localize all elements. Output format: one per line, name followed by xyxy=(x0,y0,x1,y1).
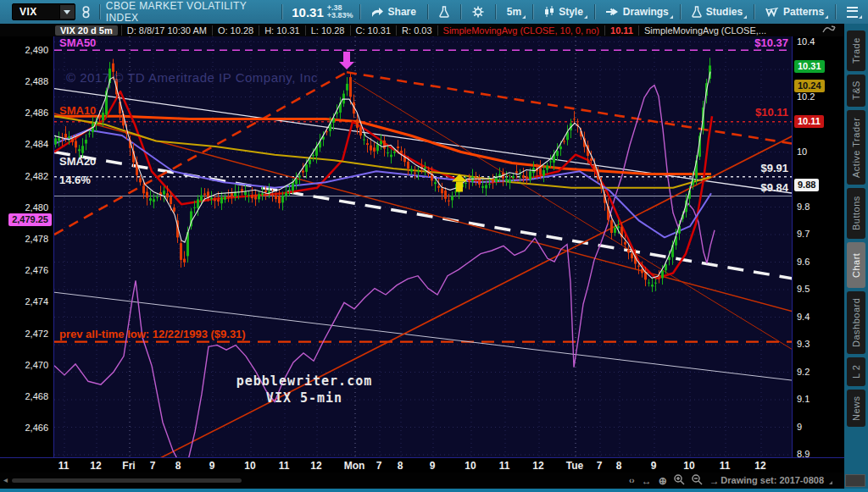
sidebar-tab-news[interactable]: News xyxy=(847,390,865,427)
quick-study-flask-icon[interactable] xyxy=(434,4,454,19)
sidebar-tab-active-trader[interactable]: Active Trader xyxy=(847,110,865,185)
time-axis-tick: 12 xyxy=(90,460,101,472)
left-axis-tick: 2,488 xyxy=(25,76,48,86)
time-axis-tick: 10 xyxy=(683,460,694,472)
settings-gear-icon[interactable] xyxy=(467,4,489,19)
fit-width-icon[interactable]: ↔ xyxy=(642,475,652,487)
pan-right-icon[interactable]: → xyxy=(709,475,720,487)
chart-plot-area[interactable]: © 2017 © TD Ameritrade IP Company, IncSM… xyxy=(53,36,793,457)
timeframe-button[interactable]: 5m xyxy=(502,4,526,19)
study1-label[interactable]: SimpleMovingAvg (CLOSE, 10, 0, no) xyxy=(437,25,604,36)
ohlc-open: O: 10.28 xyxy=(212,25,259,36)
left-axis-tick: 2,478 xyxy=(25,234,48,244)
time-axis-tick: 8 xyxy=(398,460,403,472)
left-axis-tick: 2,490 xyxy=(25,45,48,55)
chart-annotation: $9.91 xyxy=(760,162,788,174)
style-button[interactable]: Style xyxy=(539,4,588,19)
left-price-axis[interactable]: 2,4902,4882,4862,4842,4822,4802,4782,476… xyxy=(0,36,53,457)
time-axis-tick: 11 xyxy=(58,460,70,472)
drawing-set-label[interactable]: Drawing set: 2017-0808 xyxy=(721,475,824,485)
time-axis-tick: 10 xyxy=(244,460,255,472)
sidebar-tab-l2[interactable]: L 2 xyxy=(847,357,865,386)
price-level-badge: 10.11 xyxy=(794,115,824,128)
divider xyxy=(99,4,100,19)
price-level-badge: 9.88 xyxy=(794,179,819,191)
time-axis-tick: 12 xyxy=(754,460,765,472)
left-axis-tick: 2,476 xyxy=(25,265,48,275)
studies-button[interactable]: Studies xyxy=(687,4,748,19)
left-axis-tick: 2,468 xyxy=(25,391,48,401)
symbol-dropdown-arrow[interactable] xyxy=(59,5,75,19)
time-axis-tick: 11 xyxy=(720,460,731,472)
time-axis-tick: Fri xyxy=(122,460,135,472)
symbol-select[interactable]: VIX xyxy=(12,3,75,20)
time-axis-tick: 9 xyxy=(651,460,657,472)
symbol-description: CBOE MARKET VOLATILITY INDEX xyxy=(106,0,275,24)
last-price: 10.31 xyxy=(292,5,324,19)
link-channel-icon[interactable] xyxy=(75,4,93,20)
menu-list-icon[interactable] xyxy=(842,5,863,19)
chart-annotation: prev all-time low: 12/22/1993 ($9.31) xyxy=(59,328,246,340)
time-axis[interactable]: 1112Fri789101112Mon789101112Tue789101112 xyxy=(0,457,844,473)
divider xyxy=(680,4,681,19)
divider xyxy=(359,4,360,19)
time-axis-tick: 11 xyxy=(499,460,510,472)
chart-annotation: VIX 5-min xyxy=(266,390,342,406)
price-level-badge: 10.31 xyxy=(794,60,825,73)
sidebar-tab-buttons[interactable]: Buttons xyxy=(847,188,865,239)
time-axis-tick: 11 xyxy=(279,460,290,472)
sidebar-tab-chart[interactable]: Chart xyxy=(847,242,865,288)
drawings-button[interactable]: Drawings xyxy=(601,4,674,19)
top-toolbar: VIX CBOE MARKET VOLATILITY INDEX 10.31 +… xyxy=(0,0,868,24)
share-button[interactable]: Share xyxy=(366,4,421,19)
crosshair-icon[interactable]: ⊕ xyxy=(659,475,667,487)
time-axis-tick: 9 xyxy=(430,460,436,472)
time-axis-tick: 8 xyxy=(175,460,181,472)
ohlc-high: H: 10.31 xyxy=(259,25,305,36)
horizontal-scrollbar[interactable] xyxy=(12,478,242,483)
right-axis-tick: 9.1 xyxy=(797,394,810,404)
left-axis-tick: 2,484 xyxy=(25,139,48,149)
chart-annotation: pebblewriter.com xyxy=(236,373,373,389)
trendlines[interactable] xyxy=(54,50,792,457)
chart-annotation: SMA10 xyxy=(59,104,96,117)
divider xyxy=(281,4,282,19)
down-arrow-marker[interactable] xyxy=(339,52,354,69)
right-axis-tick: 9.5 xyxy=(797,284,810,294)
pan-left-icon[interactable]: ‹› xyxy=(629,476,635,485)
price-chart-canvas[interactable]: © 2017 © TD Ameritrade IP Company, IncSM… xyxy=(54,36,792,457)
scroll-left-icon[interactable]: ◂ xyxy=(3,475,8,484)
chart-annotation: SMA50 xyxy=(59,36,96,49)
time-axis-tick: 7 xyxy=(150,460,156,472)
sidebar-tab-dashboard[interactable]: Dashboard xyxy=(847,291,865,354)
left-axis-tick: 2,480 xyxy=(25,202,48,213)
divider xyxy=(427,4,428,19)
corner-resize-box[interactable] xyxy=(845,474,865,487)
chart-title: VIX 20 d 5m xyxy=(55,25,118,36)
right-axis-tick: 10.2 xyxy=(797,91,815,102)
right-axis-tick: 9.8 xyxy=(797,202,810,212)
patterns-button[interactable]: Patterns xyxy=(760,4,829,19)
divider xyxy=(532,4,533,19)
chart-annotation: SMA20 xyxy=(59,155,96,168)
sidebar-tab-trade[interactable]: Trade xyxy=(847,30,865,71)
chart-header: VIX 20 d 5m D: 8/8/17 10:30 AM O: 10.28 … xyxy=(0,24,844,36)
reset-scale-icon[interactable] xyxy=(822,25,836,36)
ohlc-date: D: 8/8/17 10:30 AM xyxy=(121,25,212,36)
left-axis-tick: 2,470 xyxy=(25,360,48,370)
thinkorswim-window: VIX CBOE MARKET VOLATILITY INDEX 10.31 +… xyxy=(0,0,868,492)
divider xyxy=(460,4,461,19)
chart-annotation: 14.6% xyxy=(59,174,91,186)
ohlc-low: L: 10.28 xyxy=(305,25,350,36)
right-price-axis[interactable]: 10.410.2109.89.79.69.59.49.39.29.198.910… xyxy=(793,36,844,457)
time-axis-tick: 10 xyxy=(465,460,476,472)
time-axis-tick: Mon xyxy=(344,460,365,472)
sma-red xyxy=(54,91,712,279)
study1-value: 10.11 xyxy=(604,25,638,36)
right-sidebar: Trade T&S Active Trader Buttons Chart Da… xyxy=(844,24,868,489)
study2-label[interactable]: SimpleMovingAvg (CLOSE,... xyxy=(638,25,771,36)
zoom-in-icon[interactable] xyxy=(674,474,685,488)
sidebar-tab-ts[interactable]: T&S xyxy=(847,75,865,107)
candlestick-series xyxy=(54,58,711,292)
zoom-out-icon[interactable] xyxy=(692,474,703,488)
